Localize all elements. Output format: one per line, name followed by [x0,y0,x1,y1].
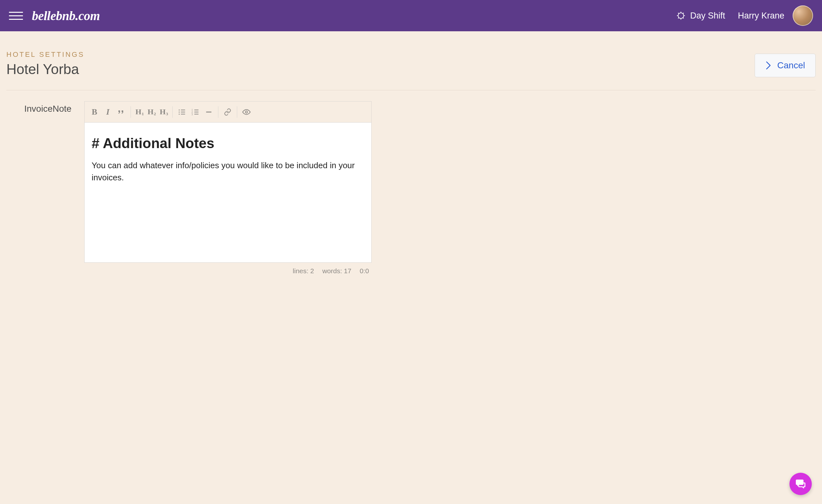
page-title: Hotel Yorba [6,61,85,77]
cancel-label: Cancel [777,60,805,70]
editor-toolbar: B I H1 H2 H3 [84,101,372,122]
blockquote-button[interactable] [115,105,128,119]
h2-button[interactable]: H2 [145,105,158,119]
unordered-list-button[interactable] [175,105,189,119]
cancel-button[interactable]: Cancel [755,54,816,77]
preview-button[interactable] [240,105,253,119]
link-button[interactable] [221,105,234,119]
editor-status: lines: 2 words: 17 0:0 [84,263,372,275]
h1-button[interactable]: H1 [133,105,145,119]
editor-paragraph: You can add whatever info/policies you w… [92,159,364,183]
chevron-right-icon [765,61,772,70]
svg-point-10 [179,111,180,112]
status-cursor: 0:0 [360,267,369,275]
svg-line-5 [678,13,679,14]
logo[interactable]: bellebnb.com [32,8,100,23]
svg-point-11 [179,113,180,114]
invoice-note-label: InvoiceNote [24,104,71,114]
username-link[interactable]: Harry Krane [738,11,784,21]
ordered-list-button[interactable]: 1 2 3 [189,105,202,119]
gear-icon [676,11,686,20]
status-lines: lines: 2 [293,267,314,275]
svg-line-6 [683,18,684,19]
horizontal-rule-button[interactable] [202,105,216,119]
markdown-editor: B I H1 H2 H3 [84,101,372,275]
breadcrumb-section: HOTEL SETTINGS [6,50,85,59]
italic-button[interactable]: I [101,105,115,119]
bold-button[interactable]: B [88,105,101,119]
svg-point-22 [246,111,248,113]
svg-point-0 [678,13,684,19]
svg-point-9 [179,109,180,110]
menu-button[interactable] [9,9,23,23]
editor-heading: # Additional Notes [92,135,364,151]
status-words: words: 17 [322,267,352,275]
svg-text:3: 3 [191,113,193,115]
svg-line-7 [678,18,679,19]
topbar: bellebnb.com Day Shift Harry Krane [0,0,822,31]
shift-selector[interactable]: Day Shift [676,11,725,21]
avatar[interactable] [793,5,813,26]
editor-textarea[interactable]: # Additional Notes You can add whatever … [84,122,372,263]
h3-button[interactable]: H3 [158,105,170,119]
shift-label: Day Shift [690,11,725,21]
breadcrumb: HOTEL SETTINGS Hotel Yorba [6,50,85,77]
svg-line-8 [683,13,684,14]
